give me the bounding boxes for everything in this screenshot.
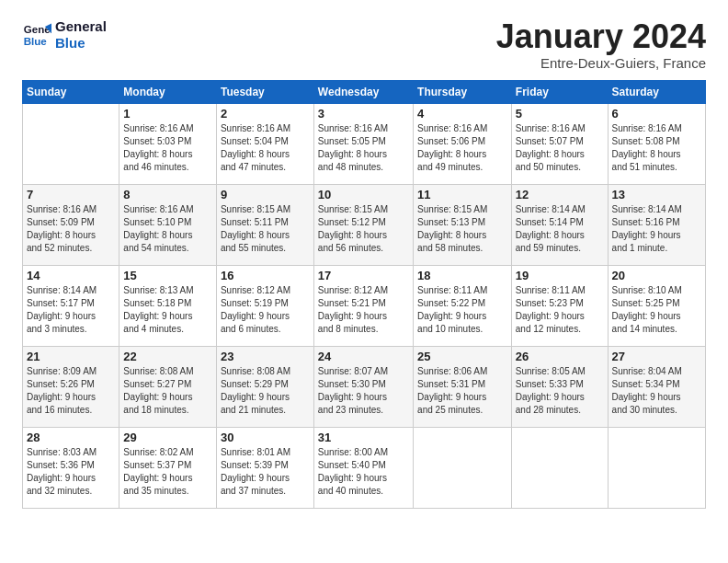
day-info: Sunrise: 8:16 AMSunset: 5:06 PMDaylight:… <box>417 122 507 174</box>
day-cell: 8Sunrise: 8:16 AMSunset: 5:10 PMDaylight… <box>119 184 217 265</box>
day-cell: 2Sunrise: 8:16 AMSunset: 5:04 PMDaylight… <box>216 103 313 184</box>
location-subtitle: Entre-Deux-Guiers, France <box>496 55 706 71</box>
day-number: 3 <box>318 107 409 121</box>
calendar-table: SundayMondayTuesdayWednesdayThursdayFrid… <box>22 80 706 509</box>
day-info: Sunrise: 8:15 AMSunset: 5:11 PMDaylight:… <box>221 203 310 255</box>
day-cell: 12Sunrise: 8:14 AMSunset: 5:14 PMDayligh… <box>511 184 608 265</box>
day-info: Sunrise: 8:11 AMSunset: 5:23 PMDaylight:… <box>516 284 604 336</box>
day-info: Sunrise: 8:02 AMSunset: 5:37 PMDaylight:… <box>123 446 212 498</box>
day-cell: 16Sunrise: 8:12 AMSunset: 5:19 PMDayligh… <box>216 265 313 346</box>
day-cell: 27Sunrise: 8:04 AMSunset: 5:34 PMDayligh… <box>608 346 705 427</box>
logo: General Blue General Blue <box>22 18 107 52</box>
day-cell: 18Sunrise: 8:11 AMSunset: 5:22 PMDayligh… <box>414 265 512 346</box>
day-cell: 28Sunrise: 8:03 AMSunset: 5:36 PMDayligh… <box>23 427 119 508</box>
day-cell <box>511 427 608 508</box>
day-info: Sunrise: 8:16 AMSunset: 5:04 PMDaylight:… <box>221 122 310 174</box>
day-info: Sunrise: 8:12 AMSunset: 5:21 PMDaylight:… <box>318 284 409 336</box>
day-cell: 14Sunrise: 8:14 AMSunset: 5:17 PMDayligh… <box>23 265 119 346</box>
day-number: 12 <box>516 188 604 201</box>
day-cell: 9Sunrise: 8:15 AMSunset: 5:11 PMDaylight… <box>216 184 313 265</box>
day-cell: 25Sunrise: 8:06 AMSunset: 5:31 PMDayligh… <box>414 346 512 427</box>
week-row-5: 28Sunrise: 8:03 AMSunset: 5:36 PMDayligh… <box>23 427 706 508</box>
title-block: January 2024 Entre-Deux-Guiers, France <box>496 18 706 71</box>
day-number: 4 <box>417 107 507 121</box>
day-number: 2 <box>221 107 310 121</box>
day-cell: 20Sunrise: 8:10 AMSunset: 5:25 PMDayligh… <box>608 265 705 346</box>
day-number: 25 <box>417 350 507 363</box>
day-info: Sunrise: 8:09 AMSunset: 5:26 PMDaylight:… <box>27 365 115 417</box>
logo-icon: General Blue <box>22 20 51 50</box>
day-info: Sunrise: 8:16 AMSunset: 5:08 PMDaylight:… <box>612 122 701 174</box>
day-info: Sunrise: 8:07 AMSunset: 5:30 PMDaylight:… <box>318 365 409 417</box>
day-number: 13 <box>612 188 701 201</box>
day-number: 20 <box>612 269 701 282</box>
day-info: Sunrise: 8:14 AMSunset: 5:14 PMDaylight:… <box>516 203 604 255</box>
day-info: Sunrise: 8:08 AMSunset: 5:27 PMDaylight:… <box>123 365 212 417</box>
page: General Blue General Blue January 2024 E… <box>0 0 728 563</box>
day-cell: 6Sunrise: 8:16 AMSunset: 5:08 PMDaylight… <box>608 103 705 184</box>
header-tuesday: Tuesday <box>216 80 313 103</box>
day-info: Sunrise: 8:10 AMSunset: 5:25 PMDaylight:… <box>612 284 701 336</box>
day-cell: 31Sunrise: 8:00 AMSunset: 5:40 PMDayligh… <box>313 427 413 508</box>
day-info: Sunrise: 8:04 AMSunset: 5:34 PMDaylight:… <box>612 365 701 417</box>
day-number: 31 <box>318 431 409 444</box>
day-number: 27 <box>612 350 701 363</box>
day-cell: 7Sunrise: 8:16 AMSunset: 5:09 PMDaylight… <box>23 184 119 265</box>
day-info: Sunrise: 8:12 AMSunset: 5:19 PMDaylight:… <box>221 284 310 336</box>
day-number: 29 <box>123 431 212 444</box>
week-row-1: 1Sunrise: 8:16 AMSunset: 5:03 PMDaylight… <box>23 103 706 184</box>
day-info: Sunrise: 8:13 AMSunset: 5:18 PMDaylight:… <box>123 284 212 336</box>
day-number: 30 <box>221 431 310 444</box>
day-info: Sunrise: 8:01 AMSunset: 5:39 PMDaylight:… <box>221 446 310 498</box>
day-info: Sunrise: 8:16 AMSunset: 5:05 PMDaylight:… <box>318 122 409 174</box>
day-number: 23 <box>221 350 310 363</box>
header-sunday: Sunday <box>23 80 119 103</box>
day-number: 10 <box>318 188 409 201</box>
day-cell: 24Sunrise: 8:07 AMSunset: 5:30 PMDayligh… <box>313 346 413 427</box>
header-monday: Monday <box>119 80 217 103</box>
day-number: 14 <box>27 269 115 282</box>
calendar-header: SundayMondayTuesdayWednesdayThursdayFrid… <box>23 80 706 103</box>
day-cell: 19Sunrise: 8:11 AMSunset: 5:23 PMDayligh… <box>511 265 608 346</box>
week-row-2: 7Sunrise: 8:16 AMSunset: 5:09 PMDaylight… <box>23 184 706 265</box>
header-friday: Friday <box>511 80 608 103</box>
day-cell: 13Sunrise: 8:14 AMSunset: 5:16 PMDayligh… <box>608 184 705 265</box>
day-cell <box>23 103 119 184</box>
week-row-3: 14Sunrise: 8:14 AMSunset: 5:17 PMDayligh… <box>23 265 706 346</box>
day-number: 7 <box>27 188 115 201</box>
day-number: 15 <box>123 269 212 282</box>
day-info: Sunrise: 8:06 AMSunset: 5:31 PMDaylight:… <box>417 365 507 417</box>
day-info: Sunrise: 8:16 AMSunset: 5:07 PMDaylight:… <box>516 122 604 174</box>
svg-text:Blue: Blue <box>24 36 48 47</box>
day-number: 22 <box>123 350 212 363</box>
day-number: 9 <box>221 188 310 201</box>
day-number: 17 <box>318 269 409 282</box>
day-number: 26 <box>516 350 604 363</box>
day-info: Sunrise: 8:16 AMSunset: 5:09 PMDaylight:… <box>27 203 115 255</box>
day-cell: 4Sunrise: 8:16 AMSunset: 5:06 PMDaylight… <box>414 103 512 184</box>
day-number: 16 <box>221 269 310 282</box>
day-info: Sunrise: 8:16 AMSunset: 5:10 PMDaylight:… <box>123 203 212 255</box>
day-number: 6 <box>612 107 701 121</box>
day-info: Sunrise: 8:11 AMSunset: 5:22 PMDaylight:… <box>417 284 507 336</box>
day-info: Sunrise: 8:05 AMSunset: 5:33 PMDaylight:… <box>516 365 604 417</box>
day-number: 28 <box>27 431 115 444</box>
header-thursday: Thursday <box>414 80 512 103</box>
day-number: 24 <box>318 350 409 363</box>
day-info: Sunrise: 8:16 AMSunset: 5:03 PMDaylight:… <box>123 122 212 174</box>
day-info: Sunrise: 8:15 AMSunset: 5:12 PMDaylight:… <box>318 203 409 255</box>
day-cell: 21Sunrise: 8:09 AMSunset: 5:26 PMDayligh… <box>23 346 119 427</box>
day-cell: 1Sunrise: 8:16 AMSunset: 5:03 PMDaylight… <box>119 103 217 184</box>
logo-line1: General <box>55 18 107 35</box>
logo-text-block: General Blue <box>55 18 107 52</box>
day-cell: 29Sunrise: 8:02 AMSunset: 5:37 PMDayligh… <box>119 427 217 508</box>
day-cell: 5Sunrise: 8:16 AMSunset: 5:07 PMDaylight… <box>511 103 608 184</box>
calendar-body: 1Sunrise: 8:16 AMSunset: 5:03 PMDaylight… <box>23 103 706 508</box>
day-number: 19 <box>516 269 604 282</box>
day-number: 11 <box>417 188 507 201</box>
header: General Blue General Blue January 2024 E… <box>22 18 706 71</box>
day-number: 5 <box>516 107 604 121</box>
day-cell: 22Sunrise: 8:08 AMSunset: 5:27 PMDayligh… <box>119 346 217 427</box>
day-cell: 11Sunrise: 8:15 AMSunset: 5:13 PMDayligh… <box>414 184 512 265</box>
day-info: Sunrise: 8:15 AMSunset: 5:13 PMDaylight:… <box>417 203 507 255</box>
